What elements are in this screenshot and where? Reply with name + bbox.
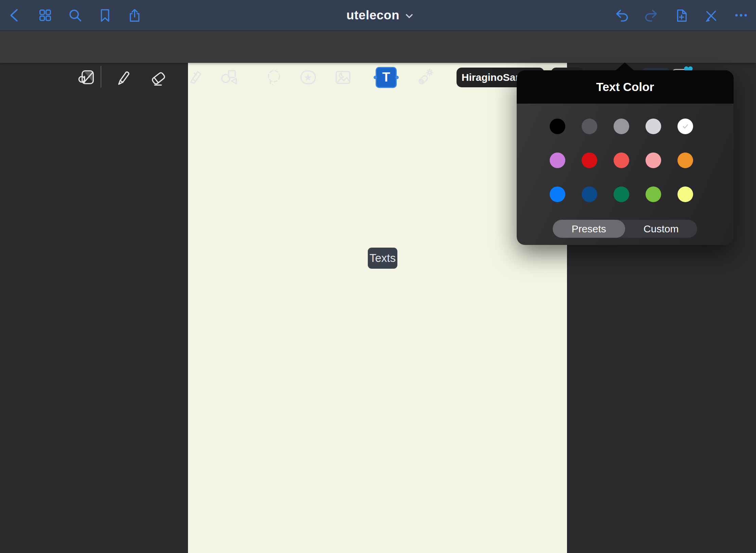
page-canvas[interactable] <box>188 63 567 553</box>
color-swatch-pale-yellow[interactable] <box>677 186 693 202</box>
grid-icon <box>37 7 53 23</box>
text-tool-handle-left <box>374 76 377 79</box>
back-button[interactable] <box>6 6 25 25</box>
pen-cross-icon <box>703 7 719 23</box>
pen-icon <box>113 68 133 87</box>
add-page-icon <box>674 7 689 23</box>
segment-custom[interactable]: Custom <box>625 220 698 238</box>
chevron-down-icon <box>405 12 414 21</box>
tools-toolbar: T HiraginoSans-... 16 <box>0 31 756 63</box>
sticker-star-icon <box>298 68 318 87</box>
laser-pointer-icon <box>414 68 434 87</box>
segment-presets[interactable]: Presets <box>553 220 625 238</box>
presets-custom-segmented-control: Presets Custom <box>553 220 697 238</box>
add-page-button[interactable] <box>672 6 691 25</box>
eraser-icon <box>149 68 168 87</box>
color-swatch-gray[interactable] <box>614 119 629 134</box>
undo-button[interactable] <box>612 6 631 25</box>
segment-custom-label: Custom <box>643 223 678 235</box>
color-swatch-pink[interactable] <box>646 153 661 168</box>
selected-check-icon <box>681 122 690 131</box>
segment-presets-label: Presets <box>571 223 606 235</box>
page-settings-tool[interactable] <box>75 66 99 89</box>
text-tool-handle-right <box>395 76 399 79</box>
highlighter-icon <box>184 68 204 87</box>
search-icon <box>67 7 83 23</box>
color-swatch-red[interactable] <box>582 153 597 168</box>
canvas-text-object[interactable]: Texts <box>368 248 397 269</box>
color-swatch-blue[interactable] <box>550 186 565 202</box>
text-tool[interactable]: T <box>376 67 397 88</box>
share-icon <box>127 7 142 23</box>
color-swatch-dark-gray[interactable] <box>582 119 597 134</box>
document-title-label: utelecon <box>346 8 399 22</box>
lasso-tool[interactable] <box>262 66 286 89</box>
more-button[interactable] <box>732 6 751 25</box>
laser-pointer-tool[interactable] <box>412 66 436 89</box>
color-swatch-orchid[interactable] <box>550 153 565 168</box>
color-swatch-green[interactable] <box>646 186 661 202</box>
redo-button[interactable] <box>642 6 661 25</box>
color-swatch-coral[interactable] <box>614 153 629 168</box>
redo-icon <box>643 7 659 23</box>
deactivate-stylus-button[interactable] <box>702 6 721 25</box>
page-thumbnails-button[interactable] <box>36 6 55 25</box>
back-chevron-icon <box>7 7 23 23</box>
eraser-tool[interactable] <box>147 66 170 89</box>
color-swatch-navy-blue[interactable] <box>582 186 597 202</box>
pen-tool[interactable] <box>111 66 135 89</box>
bookmark-icon <box>97 7 113 23</box>
lasso-icon <box>264 68 284 87</box>
color-swatch-orange[interactable] <box>677 153 693 168</box>
popover-title: Text Color <box>596 80 654 94</box>
color-swatch-grid <box>550 119 693 202</box>
text-color-popover: Text Color Presets Cus <box>517 70 734 245</box>
bookmark-button[interactable] <box>96 6 115 25</box>
color-swatch-white-selected[interactable] <box>677 119 693 134</box>
canvas-text-label: Texts <box>370 252 396 265</box>
search-button[interactable] <box>66 6 85 25</box>
toolbar-divider <box>101 66 101 88</box>
share-button[interactable] <box>125 6 144 25</box>
color-swatch-teal-green[interactable] <box>614 186 629 202</box>
ellipsis-icon <box>733 7 749 23</box>
text-tool-glyph: T <box>382 71 390 85</box>
document-title[interactable]: utelecon <box>346 8 414 22</box>
page-edit-icon <box>77 68 97 87</box>
shapes-icon <box>219 68 238 87</box>
undo-icon <box>614 7 630 23</box>
top-navigation-bar: utelecon <box>0 0 756 31</box>
highlighter-tool[interactable] <box>182 66 206 89</box>
popover-header: Text Color <box>517 70 734 104</box>
color-swatch-light-gray[interactable] <box>646 119 661 134</box>
shapes-tool[interactable] <box>217 66 240 89</box>
app-screen: utelecon <box>0 0 756 553</box>
image-icon <box>333 68 353 87</box>
image-tool[interactable] <box>331 66 355 89</box>
popover-arrow <box>615 63 634 71</box>
color-swatch-black[interactable] <box>550 119 565 134</box>
stickers-tool[interactable] <box>296 66 320 89</box>
